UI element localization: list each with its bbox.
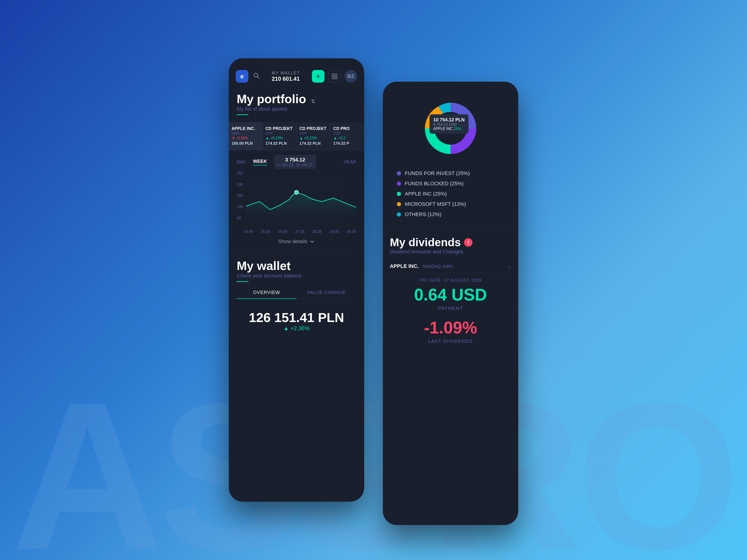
legend-item-4: OTHERS (12%)	[397, 211, 504, 217]
last-dividends-label: LAST DIVIDENDS	[390, 339, 511, 344]
stock-tab-apple[interactable]: APPLE INC. AAPL ▼ -0.36% 165.00 PLN	[229, 122, 263, 150]
stock-tab-cdp2[interactable]: CD PROJEKT CDP ▲ +0.23% 174.32 PLN	[297, 122, 331, 150]
tooltip-label: APPLE INC 25%	[433, 127, 465, 131]
stock-tab-cdp3[interactable]: CD PRO CDP ▲ +0.2 174.32 P	[331, 122, 364, 150]
app-logo: e	[236, 70, 248, 83]
chart-hl: L: 181.23 H: 191.23	[278, 163, 313, 167]
legend-label-0: FUNDS FOR INVEST (25%)	[405, 170, 470, 177]
grid-icon[interactable]	[328, 70, 341, 83]
add-button[interactable]: +	[312, 70, 325, 83]
header-wallet-amount: 210 601.41	[263, 76, 308, 82]
wallet-balance: 126 151.41 PLN ▲ +2.36%	[237, 303, 356, 334]
legend-item-2: APPLE INC (25%)	[397, 191, 504, 197]
header-wallet-label: MY WALLET	[263, 71, 308, 76]
chart-main-value: 3 754.12	[278, 157, 313, 163]
legend-label-4: OTHERS (12%)	[405, 211, 441, 217]
header-wallet-info: MY WALLET 210 601.41	[263, 71, 308, 82]
svg-rect-5	[335, 77, 337, 79]
dividends-stock-info: APPLE INC. NASDAQ: AAPL	[390, 263, 453, 269]
chart-svg-wrap: 250 200 150 100 50	[237, 171, 356, 227]
legend-dot-1	[397, 182, 401, 186]
payment-label: PAYMENT	[390, 306, 511, 311]
tab-name-cdp1: CD PROJEKT	[265, 126, 293, 131]
legend-dot-4	[397, 212, 401, 216]
svg-line-1	[257, 77, 259, 78]
alert-icon: !	[464, 238, 472, 247]
chart-tabs: DAY WEEK 3 754.12 L: 181.23 H: 191.23 YE…	[237, 155, 356, 169]
chart-y-labels: 250 200 150 100 50	[237, 171, 243, 220]
balance-amount: 126 151.41 PLN	[237, 310, 356, 325]
dividends-expand-icon[interactable]: ⌄	[507, 263, 511, 269]
legend-dot-3	[397, 202, 401, 206]
chart-tab-day[interactable]: DAY	[237, 159, 246, 165]
tab-price-cdp2: 174.32 PLN	[300, 141, 328, 146]
stock-tabs: APPLE INC. AAPL ▼ -0.36% 165.00 PLN CD P…	[229, 122, 364, 150]
legend-item-3: MICROSOFT MSFT (13%)	[397, 201, 504, 207]
legend-dot-2	[397, 192, 401, 196]
tab-ticker-cdp2: CDP	[300, 131, 328, 135]
left-phone: e MY WALLET 210 601.41 + BZ My portfolio	[229, 58, 364, 502]
tab-change-cdp1: ▲ +0.23%	[265, 136, 293, 140]
portfolio-section: My portfolio ⇅ My list of stock quotes	[229, 87, 364, 122]
donut-tooltip: 10 754.12 PLN 4 754.12 USD APPLE INC 25%	[430, 114, 468, 134]
wallet-tab-overview[interactable]: OVERVIEW	[237, 287, 297, 299]
legend-label-2: APPLE INC (25%)	[405, 191, 447, 197]
search-icon[interactable]	[253, 72, 260, 80]
svg-rect-3	[335, 74, 337, 76]
chart-area: DAY WEEK 3 754.12 L: 181.23 H: 191.23 YE…	[229, 150, 364, 254]
tooltip-amount: 10 754.12 PLN	[433, 117, 465, 123]
chart-x-labels: 24.05 25.05 26.05 27.05 28.05 29.05 30.0…	[237, 230, 356, 234]
dividends-section: My dividends ! Dividend Amounts and Chan…	[383, 229, 518, 346]
portfolio-subtitle: My list of stock quotes	[237, 106, 356, 112]
legend-item-1: FUNDS BLOCKED (25%)	[397, 181, 504, 187]
legend-dot-0	[397, 171, 401, 176]
avatar[interactable]: BZ	[344, 70, 357, 83]
tab-price-cdp3: 174.32 P	[333, 141, 361, 146]
right-phone: 10 754.12 PLN 4 754.12 USD APPLE INC 25%…	[383, 82, 518, 525]
tab-ticker-cdp1: CDP	[265, 131, 293, 135]
chart-value-box: 3 754.12 L: 181.23 H: 191.23	[274, 155, 316, 169]
tab-change-cdp2: ▲ +0.23%	[300, 136, 328, 140]
sort-icon[interactable]: ⇅	[311, 99, 315, 105]
tab-name-cdp2: CD PROJEKT	[300, 126, 328, 131]
pay-date: PAY DATE: 17 AUGUST, 2019	[390, 278, 511, 283]
stock-tab-cdp1[interactable]: CD PROJEKT CDP ▲ +0.23% 174.32 PLN	[263, 122, 297, 150]
phone-header: e MY WALLET 210 601.41 + BZ	[229, 58, 364, 87]
tab-name-apple: APPLE INC.	[232, 126, 260, 131]
dividends-subtitle: Dividend Amounts and Changes	[390, 249, 511, 255]
wallet-subtitle: Check your account balance	[237, 273, 356, 279]
svg-rect-4	[332, 77, 334, 79]
donut-section: 10 754.12 PLN 4 754.12 USD APPLE INC 25%…	[383, 82, 518, 229]
title-underline	[237, 114, 248, 115]
tab-price-cdp1: 174.32 PLN	[265, 141, 293, 146]
tab-name-cdp3: CD PRO	[333, 126, 361, 131]
wallet-tabs: OVERVIEW VALUE CHANGE	[237, 287, 356, 299]
dividend-amount: 0.64 USD	[390, 285, 511, 304]
dividends-exchange: NASDAQ: AAPL	[423, 264, 453, 269]
legend-item-0: FUNDS FOR INVEST (25%)	[397, 170, 504, 177]
donut-legend: FUNDS FOR INVEST (25%) FUNDS BLOCKED (25…	[390, 170, 511, 222]
legend-label-3: MICROSOFT MSFT (13%)	[405, 201, 466, 207]
wallet-title: My wallet	[237, 259, 356, 273]
dividends-title: My dividends !	[390, 236, 511, 249]
tab-price-apple: 165.00 PLN	[232, 141, 260, 146]
show-details-button[interactable]: Show details	[237, 234, 356, 249]
wallet-underline	[237, 281, 248, 282]
chart-tab-year[interactable]: YEAR	[344, 159, 356, 165]
donut-chart: 10 754.12 PLN 4 754.12 USD APPLE INC 25%	[415, 93, 486, 163]
background-text: ASSRO	[0, 392, 747, 560]
chart-tab-week[interactable]: WEEK	[253, 159, 267, 165]
balance-change: ▲ +2.36%	[237, 325, 356, 331]
tab-ticker-cdp3: CDP	[333, 131, 361, 135]
wallet-tab-value-change[interactable]: VALUE CHANGE	[297, 287, 356, 299]
tab-change-apple: ▼ -0.36%	[232, 136, 260, 140]
tooltip-usd: 4 754.12 USD	[433, 123, 465, 127]
dividends-stock-row: APPLE INC. NASDAQ: AAPL ⌄	[390, 260, 511, 273]
tab-change-cdp3: ▲ +0.2	[333, 136, 361, 140]
tab-ticker-apple: AAPL	[232, 131, 260, 135]
wallet-section: My wallet Check your account balance OVE…	[229, 254, 364, 336]
dividend-pct: -1.09%	[390, 318, 511, 337]
portfolio-title: My portfolio	[237, 92, 306, 106]
chart-datapoint	[294, 191, 298, 194]
dividends-stock-name: APPLE INC.	[390, 263, 418, 269]
